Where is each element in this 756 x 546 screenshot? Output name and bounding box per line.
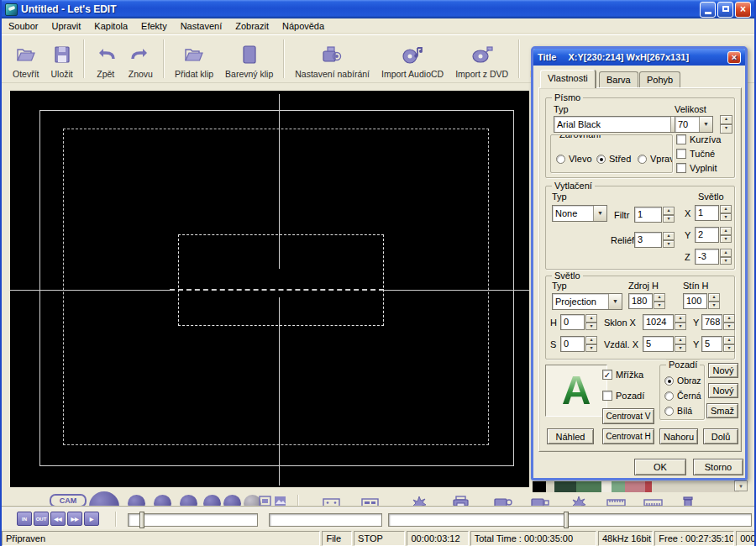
minimize-button[interactable] [700,2,716,18]
up-button[interactable]: Nahoru [659,428,698,444]
menu-zobrazit[interactable]: Zobrazit [228,19,276,33]
toolbar-separator [163,39,165,78]
add-clip-button[interactable]: Přidat klip [169,37,219,81]
import-audiocd-button[interactable]: Import AudioCD [375,37,449,81]
save-icon [52,42,72,67]
jog-track[interactable] [269,513,382,527]
scrollbar-fragment[interactable]: ▾ [734,480,748,491]
dialog-close-icon[interactable]: × [727,51,741,64]
align-center-radio[interactable]: Střed [596,154,631,164]
font-family-select[interactable]: Arial Black ▼ [554,116,685,133]
relief-stepper[interactable]: 3 ▴▾ [634,232,675,248]
down-button[interactable]: Dolů [703,428,738,444]
center-v-button[interactable]: Centrovat V [602,408,654,424]
light-z-stepper[interactable]: -3 ▴▾ [695,249,732,265]
light-y-stepper[interactable]: 2 ▴▾ [695,227,732,243]
menu-upravit[interactable]: Upravit [45,19,87,33]
monitor-icon[interactable] [259,496,272,508]
toolbar-separator [83,39,85,78]
bg-image-radio[interactable]: Obraz [664,375,701,386]
menu-nastaveni[interactable]: Nastavení [174,19,229,33]
dialog-title-bar[interactable]: Title X:Y[230:214] WxH[267x131] × [533,49,745,66]
new-button-2[interactable]: Nový [708,383,738,398]
cam-button[interactable]: CAM [50,494,87,507]
menu-efekty[interactable]: Efekty [134,19,174,33]
shuttle-track[interactable] [128,513,258,527]
light-x-stepper[interactable]: 1 ▴▾ [695,205,732,221]
prev-frame-button[interactable]: ◀◀ [50,512,66,526]
clip-thumbnail[interactable] [533,481,546,492]
source-h-stepper[interactable]: 180 ▴▾ [628,293,665,309]
capture-settings-icon [321,42,344,67]
restore-button[interactable] [717,2,733,18]
capture-settings-button[interactable]: Nastavení nabírání [289,37,375,81]
title-bounding-box[interactable] [178,234,384,326]
slope-x-stepper[interactable]: 1024 ▴▾ [643,314,686,330]
title-bar[interactable]: Untitled - Let's EDIT × [2,0,754,18]
fill-checkbox[interactable]: Vyplnit [676,163,717,173]
align-right-radio[interactable]: Vpravo [638,154,673,164]
preview-monitor[interactable] [10,91,529,487]
font-preview-box[interactable]: A [545,365,607,417]
h-stepper[interactable]: 0 ▴▾ [560,314,597,330]
ok-button[interactable]: OK [634,459,686,475]
font-size-select[interactable]: 70 ▼ [675,116,713,133]
clip-thumbnail[interactable] [554,481,576,492]
tab-pohyb[interactable]: Pohyb [639,71,680,88]
save-button[interactable]: Uložit [45,37,79,81]
light-type-select[interactable]: Projection ▼ [552,293,622,310]
in-button[interactable]: IN [17,512,32,526]
delete-button[interactable]: Smaž [706,403,738,418]
italic-checkbox[interactable]: Kurzíva [676,134,721,144]
clip-thumbnail[interactable] [645,481,652,492]
h-label: H [550,318,557,328]
clip-thumbnail[interactable] [601,481,612,492]
import-dvd-button[interactable]: Import z DVD [449,37,514,81]
chevron-down-icon[interactable]: ▼ [608,294,622,309]
out-button[interactable]: OUT [34,512,49,526]
tab-barva[interactable]: Barva [599,71,638,88]
bold-checkbox[interactable]: Tučné [676,149,715,159]
timeline-thumb[interactable] [564,512,569,528]
color-clip-button[interactable]: Barevný klip [219,37,279,81]
play-button[interactable]: ▶ [84,512,99,526]
undo-button[interactable]: Zpět [89,37,123,81]
shadow-h-stepper[interactable]: 100 ▴▾ [683,293,720,309]
font-size-stepper[interactable]: ▴▾ [720,115,732,134]
distance-y-stepper[interactable]: 5 ▴▾ [701,336,735,352]
image-icon[interactable] [274,496,287,508]
grid-checkbox[interactable]: ✓Mřížka [602,370,643,380]
open-button[interactable]: Otevřít [7,37,45,81]
s-stepper[interactable]: 0 ▴▾ [560,336,597,352]
transport-bar: IN OUT ◀◀ ▶▶ ▶ [2,507,756,529]
slope-y-stepper[interactable]: 768 ▴▾ [701,314,735,330]
redo-button[interactable]: Znovu [123,37,159,81]
center-h-button[interactable]: Centrovat H [602,428,654,444]
crosshair-horizontal [384,290,529,291]
chevron-down-icon[interactable]: ▼ [699,117,712,132]
status-counter: 000 [736,531,756,546]
new-button-1[interactable]: Nový [708,363,738,378]
shuttle-thumb[interactable] [139,512,144,528]
menu-kapitola[interactable]: Kapitola [87,19,134,33]
bg-black-radio[interactable]: Černá [664,391,701,401]
clip-thumbnail[interactable] [612,481,625,492]
distance-x-stepper[interactable]: 5 ▴▾ [643,336,686,352]
filter-stepper[interactable]: 1 ▴▾ [634,207,675,223]
menu-napoveda[interactable]: Nápověda [276,19,331,33]
align-left-radio[interactable]: Vlevo [556,154,592,164]
extrude-type-select[interactable]: None ▼ [552,205,607,222]
status-stop: STOP [354,531,405,546]
chevron-down-icon[interactable]: ▼ [593,206,606,221]
next-frame-button[interactable]: ▶▶ [67,512,82,526]
bg-white-radio[interactable]: Bílá [664,406,692,416]
clip-thumbnail[interactable] [576,481,601,492]
preview-button[interactable]: Náhled [547,428,594,444]
timeline-track[interactable] [388,513,752,527]
cancel-button[interactable]: Storno [693,459,743,475]
close-button[interactable]: × [735,2,751,18]
clip-thumbnail[interactable] [625,481,645,492]
menu-soubor[interactable]: Soubor [2,19,45,33]
background-checkbox[interactable]: Pozadí [602,391,644,401]
tab-vlastnosti[interactable]: Vlastnosti [540,70,596,88]
